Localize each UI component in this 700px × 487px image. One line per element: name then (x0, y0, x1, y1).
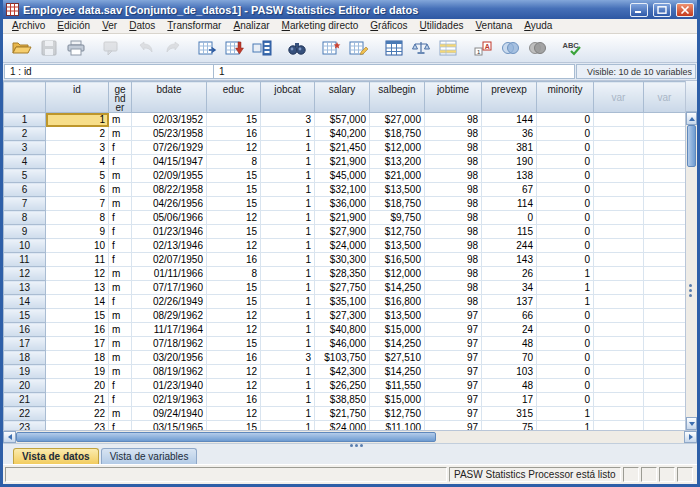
toolbar-button-spell-check[interactable]: ABC (558, 36, 585, 61)
cell-minority-row12[interactable]: 1 (537, 267, 594, 281)
cell-jobcat-row11[interactable]: 1 (261, 253, 315, 267)
cell-gender-row21[interactable]: f (109, 393, 132, 407)
cell-minority-row20[interactable]: 0 (537, 379, 594, 393)
cell-id-row3[interactable]: 3 (46, 141, 109, 155)
cell-prevexp-row1[interactable]: 144 (482, 113, 537, 127)
cell-gender-row14[interactable]: f (109, 295, 132, 309)
row-header-22[interactable]: 22 (4, 407, 46, 421)
close-button[interactable] (676, 3, 694, 17)
cell-prevexp-row23[interactable]: 75 (482, 421, 537, 431)
cell-jobtime-row11[interactable]: 98 (425, 253, 482, 267)
horizontal-scroll-thumb[interactable] (16, 432, 436, 442)
cell-var-row20[interactable] (594, 379, 644, 393)
cell-prevexp-row15[interactable]: 66 (482, 309, 537, 323)
row-header-16[interactable]: 16 (4, 323, 46, 337)
scroll-up-button[interactable] (686, 112, 697, 125)
column-header-jobcat[interactable]: jobcat (261, 82, 315, 113)
cell-prevexp-row7[interactable]: 114 (482, 197, 537, 211)
cell-var-row5[interactable] (644, 169, 686, 183)
cell-jobcat-row19[interactable]: 1 (261, 365, 315, 379)
cell-salbegin-row5[interactable]: $21,000 (370, 169, 425, 183)
row-header-11[interactable]: 11 (4, 253, 46, 267)
cell-bdate-row3[interactable]: 07/26/1929 (132, 141, 207, 155)
row-header-15[interactable]: 15 (4, 309, 46, 323)
cell-var-row5[interactable] (594, 169, 644, 183)
cell-bdate-row14[interactable]: 02/26/1949 (132, 295, 207, 309)
cell-bdate-row8[interactable]: 05/06/1966 (132, 211, 207, 225)
vertical-scroll-thumb[interactable] (687, 125, 696, 167)
column-header-educ[interactable]: educ (207, 82, 261, 113)
row-header-21[interactable]: 21 (4, 393, 46, 407)
cell-jobcat-row15[interactable]: 1 (261, 309, 315, 323)
row-header-7[interactable]: 7 (4, 197, 46, 211)
cell-salbegin-row15[interactable]: $13,500 (370, 309, 425, 323)
cell-var-row3[interactable] (644, 141, 686, 155)
cell-var-row18[interactable] (644, 351, 686, 365)
cell-jobtime-row23[interactable]: 97 (425, 421, 482, 431)
cell-prevexp-row8[interactable]: 0 (482, 211, 537, 225)
cell-jobcat-row6[interactable]: 1 (261, 183, 315, 197)
menu-ver[interactable]: Ver (96, 19, 123, 33)
cell-gender-row5[interactable]: m (109, 169, 132, 183)
cell-var-row7[interactable] (594, 197, 644, 211)
cell-educ-row15[interactable]: 12 (207, 309, 261, 323)
cell-gender-row20[interactable]: f (109, 379, 132, 393)
cell-var-row11[interactable] (644, 253, 686, 267)
row-header-19[interactable]: 19 (4, 365, 46, 379)
cell-jobtime-row2[interactable]: 98 (425, 127, 482, 141)
cell-prevexp-row16[interactable]: 24 (482, 323, 537, 337)
menu-archivo[interactable]: Archivo (6, 19, 51, 33)
cell-var-row21[interactable] (594, 393, 644, 407)
cell-salbegin-row21[interactable]: $15,000 (370, 393, 425, 407)
cell-prevexp-row10[interactable]: 244 (482, 239, 537, 253)
menu-ventana[interactable]: Ventana (469, 19, 518, 33)
cell-gender-row9[interactable]: f (109, 225, 132, 239)
cell-minority-row14[interactable]: 1 (537, 295, 594, 309)
cell-bdate-row19[interactable]: 08/19/1962 (132, 365, 207, 379)
toolbar-button-select-cases[interactable] (434, 36, 461, 61)
cell-var-row3[interactable] (594, 141, 644, 155)
cell-var-row6[interactable] (594, 183, 644, 197)
cell-jobcat-row2[interactable]: 1 (261, 127, 315, 141)
row-header-20[interactable]: 20 (4, 379, 46, 393)
cell-jobcat-row4[interactable]: 1 (261, 155, 315, 169)
cell-minority-row1[interactable]: 0 (537, 113, 594, 127)
cell-educ-row11[interactable]: 16 (207, 253, 261, 267)
cell-gender-row3[interactable]: f (109, 141, 132, 155)
cell-minority-row9[interactable]: 0 (537, 225, 594, 239)
cell-prevexp-row9[interactable]: 115 (482, 225, 537, 239)
cell-var-row6[interactable] (644, 183, 686, 197)
scroll-left-button[interactable] (3, 431, 16, 443)
horizontal-scrollbar[interactable] (3, 430, 697, 444)
cell-jobcat-row20[interactable]: 1 (261, 379, 315, 393)
column-header-gender[interactable]: gender (109, 82, 132, 113)
cell-educ-row10[interactable]: 12 (207, 239, 261, 253)
cell-salbegin-row14[interactable]: $16,800 (370, 295, 425, 309)
cell-educ-row7[interactable]: 15 (207, 197, 261, 211)
cell-id-row2[interactable]: 2 (46, 127, 109, 141)
cell-prevexp-row3[interactable]: 381 (482, 141, 537, 155)
cell-salbegin-row1[interactable]: $27,000 (370, 113, 425, 127)
cell-salbegin-row8[interactable]: $9,750 (370, 211, 425, 225)
row-header-5[interactable]: 5 (4, 169, 46, 183)
cell-educ-row16[interactable]: 12 (207, 323, 261, 337)
cell-jobcat-row13[interactable]: 1 (261, 281, 315, 295)
row-header-8[interactable]: 8 (4, 211, 46, 225)
cell-id-row17[interactable]: 17 (46, 337, 109, 351)
cell-gender-row1[interactable]: m (109, 113, 132, 127)
cell-var-row17[interactable] (644, 337, 686, 351)
cell-prevexp-row12[interactable]: 26 (482, 267, 537, 281)
cell-salbegin-row4[interactable]: $13,200 (370, 155, 425, 169)
cell-prevexp-row20[interactable]: 48 (482, 379, 537, 393)
toolbar-button-use-variable-sets[interactable] (496, 36, 523, 61)
toolbar-button-split-file[interactable] (380, 36, 407, 61)
cell-jobtime-row17[interactable]: 97 (425, 337, 482, 351)
cell-minority-row8[interactable]: 0 (537, 211, 594, 225)
cell-educ-row6[interactable]: 15 (207, 183, 261, 197)
cell-var-row22[interactable] (594, 407, 644, 421)
cell-id-row11[interactable]: 11 (46, 253, 109, 267)
cell-bdate-row4[interactable]: 04/15/1947 (132, 155, 207, 169)
cell-jobtime-row3[interactable]: 98 (425, 141, 482, 155)
cell-jobtime-row6[interactable]: 98 (425, 183, 482, 197)
cell-bdate-row7[interactable]: 04/26/1956 (132, 197, 207, 211)
